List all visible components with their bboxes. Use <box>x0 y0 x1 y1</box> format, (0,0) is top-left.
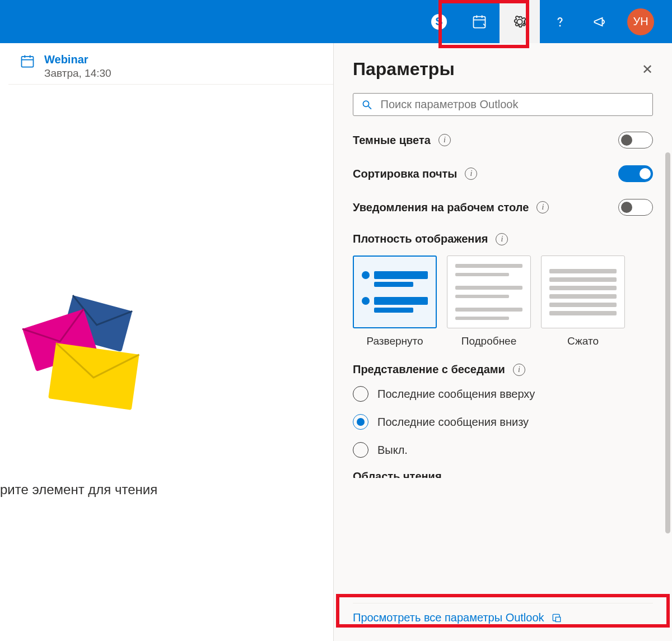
conv-off[interactable]: Выкл. <box>353 442 653 458</box>
radio-icon <box>353 386 368 402</box>
density-compact-label: Сжато <box>541 335 625 347</box>
radio-icon <box>353 442 368 458</box>
header-bar: S УН <box>0 0 672 43</box>
density-full-label: Развернуто <box>353 335 437 347</box>
close-icon[interactable]: ✕ <box>642 62 653 77</box>
skype-icon: S <box>431 14 447 30</box>
calendar-header-button[interactable] <box>459 0 500 43</box>
info-icon[interactable]: i <box>496 233 508 245</box>
calendar-event[interactable]: Webinar Завтра, 14:30 <box>8 49 333 85</box>
megaphone-icon <box>592 14 608 30</box>
reading-pane: Webinar Завтра, 14:30 рите элемент для ч… <box>0 43 333 641</box>
svg-point-12 <box>363 101 368 106</box>
svg-rect-11 <box>48 343 139 410</box>
dark-mode-toggle[interactable] <box>618 132 653 148</box>
panel-title: Параметры <box>353 59 455 80</box>
help-button[interactable] <box>540 0 580 43</box>
help-icon <box>552 14 568 30</box>
view-all-settings-link[interactable]: Просмотреть все параметры Outlook <box>353 611 653 624</box>
calendar-header-icon <box>472 14 487 30</box>
sorted-inbox-toggle[interactable] <box>618 165 653 182</box>
avatar: УН <box>627 8 654 35</box>
reading-pane-section-title: Область чтения <box>353 470 653 478</box>
calendar-icon <box>20 53 35 71</box>
search-icon <box>361 99 373 111</box>
radio-icon <box>353 414 368 430</box>
info-icon[interactable]: i <box>438 134 451 146</box>
skype-button[interactable]: S <box>419 0 459 43</box>
info-icon[interactable]: i <box>536 201 549 213</box>
density-full[interactable] <box>353 256 437 328</box>
megaphone-button[interactable] <box>580 0 620 43</box>
settings-search[interactable] <box>353 93 653 116</box>
conv-newest-top[interactable]: Последние сообщения вверху <box>353 386 653 402</box>
gear-icon <box>512 14 528 30</box>
info-icon[interactable]: i <box>465 168 477 180</box>
panel-scrollbar[interactable] <box>665 152 670 533</box>
main-area: Webinar Завтра, 14:30 рите элемент для ч… <box>0 43 672 641</box>
desktop-notifications-label: Уведомления на рабочем столе <box>353 201 529 214</box>
settings-panel: Параметры ✕ Темные цвета i Сортировка по… <box>333 43 672 641</box>
conv-newest-bottom[interactable]: Последние сообщения внизу <box>353 414 653 430</box>
external-window-icon <box>551 612 562 624</box>
desktop-notifications-toggle[interactable] <box>618 199 653 216</box>
envelopes-illustration <box>17 290 162 413</box>
calendar-time: Завтра, 14:30 <box>44 67 111 80</box>
density-medium[interactable] <box>447 256 531 328</box>
svg-point-4 <box>559 25 561 26</box>
profile-button[interactable]: УН <box>620 0 661 43</box>
density-compact[interactable] <box>541 256 625 328</box>
svg-rect-0 <box>474 16 486 27</box>
search-input[interactable] <box>381 98 645 111</box>
density-medium-label: Подробнее <box>447 335 531 347</box>
density-title: Плотность отображения <box>353 233 488 245</box>
dark-mode-label: Темные цвета <box>353 134 431 147</box>
svg-line-13 <box>368 106 371 109</box>
settings-button[interactable] <box>500 0 540 43</box>
sorted-inbox-label: Сортировка почты <box>353 168 457 180</box>
calendar-info: Webinar Завтра, 14:30 <box>44 53 111 80</box>
info-icon[interactable]: i <box>513 364 525 376</box>
reading-prompt: рите элемент для чтения <box>0 482 157 498</box>
svg-rect-5 <box>22 57 34 67</box>
calendar-title: Webinar <box>44 53 111 66</box>
conversation-title: Представление с беседами <box>353 363 505 376</box>
